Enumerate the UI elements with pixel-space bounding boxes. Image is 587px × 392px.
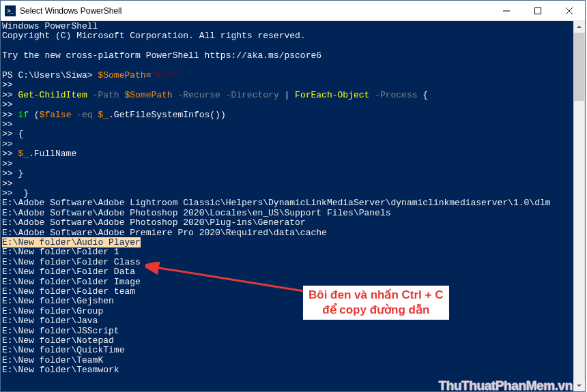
scroll-down-button[interactable]	[573, 380, 585, 391]
output-line-selected: E:\New folder\Audio Player	[2, 238, 585, 247]
close-button[interactable]	[554, 1, 585, 20]
maximize-icon	[534, 7, 541, 14]
keyword: if	[18, 110, 33, 120]
continuation-line: >>	[2, 160, 585, 169]
brace: {	[423, 90, 428, 100]
brace: }	[13, 168, 24, 179]
continuation-line: >>	[2, 179, 585, 189]
banner-line: Copyright (C) Microsoft Corporation. All…	[2, 31, 585, 41]
chevron-down-icon	[577, 383, 582, 388]
parameter: -Path	[87, 90, 125, 100]
continuation-prompt: >>	[2, 149, 18, 159]
blank-line	[2, 42, 585, 51]
output-line: E:\New folder\Notepad	[2, 336, 585, 346]
svg-rect-1	[535, 7, 541, 14]
output-line: E:\New folder\Teamwork	[2, 365, 585, 375]
command-line: PS C:\Users\Siwa> $SomePath="E:\"	[2, 71, 585, 80]
powershell-icon: >_	[5, 5, 16, 16]
window-controls	[491, 1, 585, 20]
scrollbar-thumb[interactable]	[574, 33, 584, 101]
operator: -eq	[71, 110, 98, 120]
pipe: |	[284, 90, 295, 100]
continuation-prompt: >>	[2, 90, 18, 100]
paren: (	[34, 110, 40, 120]
banner-line: Try the new cross-platform PowerShell ht…	[2, 51, 585, 61]
command-line: >> }	[2, 169, 585, 179]
titlebar[interactable]: >_ Select Windows PowerShell	[1, 1, 585, 21]
window-title: Select Windows PowerShell	[20, 6, 491, 16]
output-line: E:\Adobe Software\Adobe Photoshop 2020\L…	[2, 209, 585, 218]
output-line: E:\New folder\Folder 1	[2, 247, 585, 257]
continuation-line: >>	[2, 140, 585, 149]
scrollbar-track[interactable]	[573, 33, 585, 380]
powershell-icon-glyph: >_	[7, 7, 13, 14]
output-line: E:\New folder\JSScript	[2, 327, 585, 336]
variable: $false	[40, 110, 72, 120]
text-selection[interactable]: E:\New folder\Audio Player	[2, 237, 141, 247]
parameter: -Recurse -Directory	[173, 90, 285, 100]
method-call: .GetFileSystemInfos()	[109, 110, 220, 120]
scroll-up-button[interactable]	[573, 21, 585, 33]
minimize-icon	[503, 7, 510, 14]
parameter: -Process	[369, 90, 423, 100]
property: .FullName	[29, 149, 76, 159]
command-line: >> if ($false -eq $_.GetFileSystemInfos(…	[2, 110, 585, 120]
powershell-window: >_ Select Windows PowerShell Windows Pow…	[0, 0, 586, 392]
annotation-text: để copy đường dẫn	[309, 303, 444, 318]
command-line: >> }	[2, 189, 585, 198]
output-line: E:\New folder\Gejshen	[2, 297, 585, 306]
vertical-scrollbar[interactable]	[573, 21, 585, 391]
chevron-up-icon	[577, 25, 582, 29]
output-line: E:\New folder\TeamK	[2, 356, 585, 365]
output-line: E:\New folder\Folder team	[2, 287, 585, 297]
brace: {	[18, 129, 23, 139]
continuation-line: >>	[2, 100, 585, 110]
output-line: E:\New folder\QuickTime	[2, 346, 585, 355]
continuation-line: >>	[2, 80, 585, 90]
variable: $SomePath	[124, 90, 172, 100]
command-line: >> {	[2, 130, 585, 139]
output-line: E:\New folder\Folder Class	[2, 258, 585, 267]
variable: $SomePath	[98, 70, 145, 80]
brace: }	[13, 188, 29, 198]
output-line: E:\New folder\Group	[2, 307, 585, 316]
maximize-button[interactable]	[522, 1, 554, 20]
blank-line	[2, 61, 585, 71]
command-line: >> Get-ChildItem -Path $SomePath -Recurs…	[2, 91, 585, 100]
cmdlet: Get-ChildItem	[18, 90, 87, 100]
output-line: E:\Adobe Software\Adobe Photoshop 2020\P…	[2, 218, 585, 228]
variable: $_	[18, 149, 29, 159]
output-line: E:\New folder\Java	[2, 316, 585, 326]
continuation-prompt: >>	[2, 129, 18, 139]
output-line: E:\New folder\Folder Data	[2, 267, 585, 277]
variable: $_	[98, 110, 109, 120]
annotation-text: Bôi đen và nhấn Ctrl + C	[309, 288, 444, 303]
continuation-prompt: >>	[2, 188, 13, 198]
continuation-line: >>	[2, 120, 585, 130]
banner-line: Windows PowerShell	[2, 22, 585, 31]
continuation-prompt: >>	[2, 110, 18, 120]
output-line: E:\Adobe Software\Adobe Lightroom Classi…	[2, 198, 585, 208]
prompt: PS C:\Users\Siwa>	[2, 70, 98, 80]
minimize-button[interactable]	[491, 1, 522, 20]
paren: )	[220, 110, 226, 120]
watermark: ThuThuatPhanMem.vn	[438, 381, 573, 391]
command-line: >> $_.FullName	[2, 149, 585, 159]
string-literal: "E:\"	[151, 70, 177, 80]
continuation-prompt: >>	[2, 168, 13, 179]
output-line: E:\Adobe Software\Adobe Premiere Pro 202…	[2, 228, 585, 238]
annotation-callout: Bôi đen và nhấn Ctrl + C để copy đường d…	[303, 286, 449, 320]
close-icon	[566, 7, 573, 14]
cmdlet: ForEach-Object	[295, 90, 369, 100]
output-line: E:\New folder\Folder Image	[2, 277, 585, 287]
terminal-area[interactable]: Windows PowerShell Copyright (C) Microso…	[1, 21, 585, 391]
